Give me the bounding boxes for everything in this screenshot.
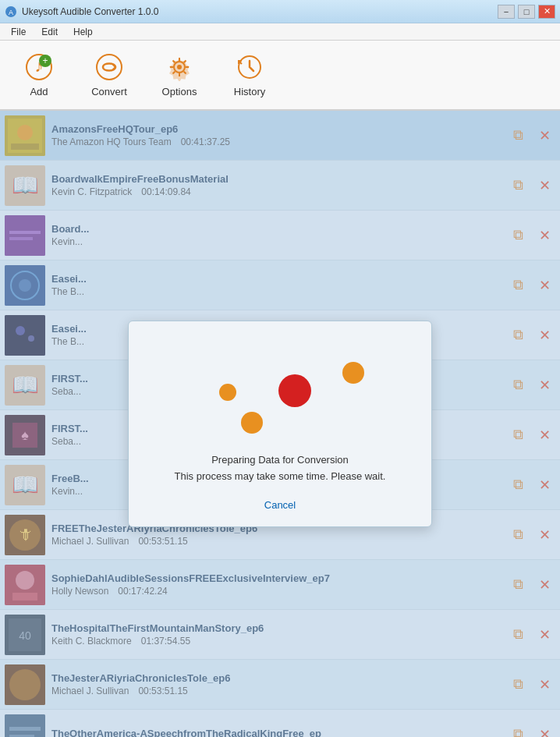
menu-file[interactable]: File xyxy=(3,25,34,39)
convert-icon xyxy=(95,53,123,81)
menu-edit[interactable]: Edit xyxy=(34,25,66,39)
svg-text:+: + xyxy=(42,55,48,66)
modal-message: Preparing Data for Conversion This proce… xyxy=(175,452,386,485)
convert-label: Convert xyxy=(91,86,127,97)
loading-animation xyxy=(163,345,397,438)
modal-line2: This process may take some time. Please … xyxy=(175,469,386,485)
options-label: Options xyxy=(162,86,197,97)
toolbar-history-button[interactable]: History xyxy=(218,44,281,105)
title-bar-left: A Ukeysoft Audible Converter 1.0.0 xyxy=(5,5,158,18)
toolbar: ♪ + Add Convert xyxy=(0,41,560,111)
window-controls: − □ ✕ xyxy=(498,5,555,19)
track-list: AmazonsFreeHQTour_ep6 The Amazon HQ Tour… xyxy=(0,111,560,737)
toolbar-add-button[interactable]: ♪ + Add xyxy=(8,44,70,105)
minimize-button[interactable]: − xyxy=(498,5,515,19)
loading-dot-red xyxy=(278,374,311,407)
loading-dot-orange-small xyxy=(219,384,236,401)
toolbar-convert-button[interactable]: Convert xyxy=(78,44,140,105)
svg-point-8 xyxy=(177,65,182,69)
svg-point-6 xyxy=(97,55,122,80)
toolbar-options-button[interactable]: Options xyxy=(148,44,211,105)
add-label: Add xyxy=(30,86,48,97)
maximize-button[interactable]: □ xyxy=(518,5,535,19)
loading-dot-orange-right xyxy=(342,362,364,384)
window-title: Ukeysoft Audible Converter 1.0.0 xyxy=(22,6,158,17)
history-label: History xyxy=(234,86,265,97)
options-icon xyxy=(165,53,193,81)
add-icon: ♪ + xyxy=(25,53,53,81)
history-icon xyxy=(236,53,264,81)
conversion-modal: Preparing Data for Conversion This proce… xyxy=(128,321,432,527)
app-icon: A xyxy=(5,5,17,18)
close-button[interactable]: ✕ xyxy=(538,5,555,19)
modal-overlay: Preparing Data for Conversion This proce… xyxy=(0,111,560,737)
menu-bar: File Edit Help xyxy=(0,23,560,41)
loading-dot-orange-left xyxy=(241,412,263,434)
menu-help[interactable]: Help xyxy=(66,25,101,39)
modal-cancel-button[interactable]: Cancel xyxy=(264,499,296,511)
svg-text:A: A xyxy=(9,9,13,16)
modal-line1: Preparing Data for Conversion xyxy=(175,452,386,469)
title-bar: A Ukeysoft Audible Converter 1.0.0 − □ ✕ xyxy=(0,0,560,23)
